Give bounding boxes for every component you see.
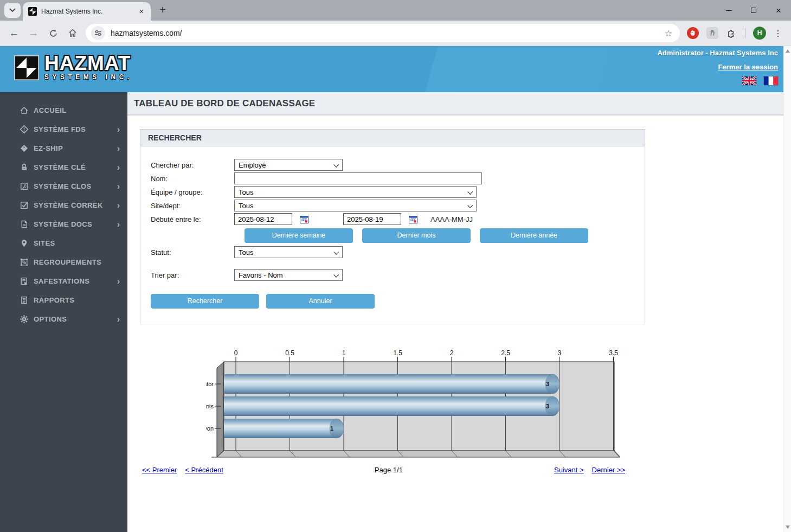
page-indicator: Page 1/1 bbox=[223, 466, 554, 474]
submenu-chevron-icon: › bbox=[117, 201, 120, 210]
sidebar-item-label: SYSTÈME FDS bbox=[34, 125, 117, 133]
bar-value-label: 3 bbox=[546, 381, 549, 387]
puzzle-icon bbox=[726, 28, 736, 38]
prev-page-link[interactable]: < Précédent bbox=[185, 466, 223, 474]
browser-menu-button[interactable]: ⋮ bbox=[774, 28, 782, 39]
window-minimize-button[interactable] bbox=[716, 0, 741, 21]
submenu-chevron-icon: › bbox=[117, 182, 120, 191]
date-to-input[interactable]: 2025-08-19 bbox=[343, 213, 401, 225]
sidebar-item-label: SYSTÈME CORREK bbox=[34, 201, 117, 209]
confined-space-icon bbox=[20, 182, 29, 191]
toolbar-divider bbox=[745, 28, 745, 38]
site-settings-button[interactable] bbox=[91, 26, 105, 40]
next-page-link[interactable]: Suivant > bbox=[554, 466, 584, 474]
category-label: ★ Christian Danis bbox=[206, 403, 214, 409]
sidebar-item-rapports[interactable]: RAPPORTS bbox=[0, 291, 127, 310]
status-value: Tous bbox=[239, 248, 253, 257]
tab-search-button[interactable] bbox=[4, 3, 21, 18]
new-tab-button[interactable]: + bbox=[155, 3, 170, 18]
last-page-link[interactable]: Dernier >> bbox=[592, 466, 625, 474]
home-button[interactable] bbox=[64, 24, 81, 42]
sidebar-item-systeme-correk[interactable]: SYSTÈME CORREK› bbox=[0, 196, 127, 215]
back-button[interactable]: ← bbox=[5, 24, 23, 42]
blocker-extension-icon[interactable] bbox=[687, 27, 699, 39]
reload-button[interactable] bbox=[44, 24, 62, 42]
first-page-link[interactable]: << Premier bbox=[142, 466, 177, 474]
chevron-down-icon bbox=[333, 162, 339, 168]
started-between-label: Débuté entre le: bbox=[151, 215, 234, 223]
sidebar-item-label: SITES bbox=[34, 239, 120, 247]
app-body: ACCUEILSYSTÈME FDS›EZ-SHIP›SYSTÈME CLÉ›S… bbox=[0, 92, 783, 532]
x-axis-tick-label: 0.5 bbox=[285, 349, 294, 357]
extensions-button[interactable] bbox=[725, 27, 738, 40]
calendar-to-button[interactable] bbox=[409, 215, 417, 223]
diamond-icon bbox=[20, 144, 29, 153]
browser-tab-strip: Hazmat Systems Inc. × + × bbox=[0, 0, 791, 21]
sidebar-item-sites[interactable]: SITES bbox=[0, 234, 127, 253]
logo-line2: SYSTEMS INC. bbox=[44, 73, 133, 81]
uk-flag-icon[interactable] bbox=[742, 76, 756, 85]
x-axis-tick-label: 2.5 bbox=[501, 349, 510, 357]
scroll-up-icon[interactable] bbox=[786, 49, 790, 53]
h-extension-icon[interactable]: ℏ bbox=[706, 27, 718, 39]
status-select[interactable]: Tous bbox=[234, 246, 343, 258]
search-panel-header: RECHERCHER bbox=[140, 130, 645, 146]
category-label: Martin Doyon bbox=[206, 425, 214, 432]
tune-icon bbox=[94, 29, 102, 37]
team-group-select[interactable]: Tous bbox=[234, 186, 477, 198]
sidebar-item-options[interactable]: OPTIONS› bbox=[0, 310, 127, 329]
gear-icon bbox=[20, 315, 29, 324]
sidebar-item-safestations[interactable]: SAFESTATIONS› bbox=[0, 272, 127, 291]
last-week-button[interactable]: Dernière semaine bbox=[245, 228, 353, 243]
site-dept-value: Tous bbox=[239, 202, 253, 210]
cancel-button[interactable]: Annuler bbox=[266, 294, 375, 309]
page-title-bar: TABLEAU DE BORD DE CADENASSAGE bbox=[127, 92, 783, 116]
sidebar-item-ez-ship[interactable]: EZ-SHIP› bbox=[0, 139, 127, 158]
bookmark-star-icon[interactable]: ☆ bbox=[665, 28, 672, 39]
forward-button[interactable]: → bbox=[25, 24, 42, 42]
document-icon bbox=[20, 220, 29, 229]
safestation-icon bbox=[20, 277, 29, 286]
france-flag-icon[interactable] bbox=[764, 76, 778, 85]
logged-in-user: Administrator - Hazmat Systems Inc bbox=[657, 49, 778, 57]
last-month-button[interactable]: Dernier mois bbox=[362, 228, 471, 243]
maximize-icon bbox=[751, 8, 756, 13]
sidebar-item-systeme-docs[interactable]: SYSTÈME DOCS› bbox=[0, 215, 127, 234]
search-by-select[interactable]: Employé bbox=[234, 159, 343, 171]
search-by-label: Chercher par: bbox=[151, 161, 234, 169]
page-scrollbar[interactable] bbox=[783, 46, 791, 532]
sidebar-item-label: RAPPORTS bbox=[34, 296, 120, 304]
tab-title: Hazmat Systems Inc. bbox=[41, 8, 137, 15]
profile-avatar[interactable]: H bbox=[753, 27, 766, 40]
site-header: HAZMAT SYSTEMS INC. Administrator - Hazm… bbox=[0, 46, 783, 92]
chevron-down-icon bbox=[333, 249, 339, 255]
bar-chart-svg: 00.511.522.533.53★ Administrator3★ Chris… bbox=[206, 348, 621, 463]
url-bar[interactable]: hazmatsystems.com/ ☆ bbox=[86, 24, 680, 42]
sidebar-item-systeme-cle[interactable]: SYSTÈME CLÉ› bbox=[0, 158, 127, 177]
url-text[interactable]: hazmatsystems.com/ bbox=[111, 29, 665, 37]
page-viewport: HAZMAT SYSTEMS INC. Administrator - Hazm… bbox=[0, 46, 791, 532]
team-group-value: Tous bbox=[239, 188, 253, 196]
sidebar-item-accueil[interactable]: ACCUEIL bbox=[0, 101, 127, 120]
browser-tab[interactable]: Hazmat Systems Inc. × bbox=[23, 2, 151, 21]
sidebar-item-systeme-clos[interactable]: SYSTÈME CLOS› bbox=[0, 177, 127, 196]
sidebar-item-regroupements[interactable]: REGROUPEMENTS bbox=[0, 253, 127, 272]
window-close-button[interactable]: × bbox=[766, 0, 791, 21]
sort-by-select[interactable]: Favoris - Nom bbox=[234, 269, 343, 281]
site-dept-select[interactable]: Tous bbox=[234, 200, 477, 211]
hand-icon bbox=[690, 30, 696, 36]
search-button[interactable]: Rechercher bbox=[151, 294, 259, 309]
name-input[interactable] bbox=[234, 172, 482, 184]
scroll-down-icon[interactable] bbox=[786, 525, 790, 529]
calendar-from-button[interactable] bbox=[300, 215, 308, 223]
date-format-hint: AAAA-MM-JJ bbox=[430, 215, 473, 223]
date-from-input[interactable]: 2025-08-12 bbox=[234, 213, 292, 225]
sidebar-item-systeme-fds[interactable]: SYSTÈME FDS› bbox=[0, 120, 127, 139]
last-year-button[interactable]: Dernière année bbox=[480, 228, 588, 243]
browser-home-icon bbox=[68, 28, 78, 38]
tab-close-icon[interactable]: × bbox=[137, 7, 146, 16]
logout-link[interactable]: Fermer la session bbox=[718, 63, 778, 71]
search-panel-title: RECHERCHER bbox=[148, 133, 202, 142]
window-maximize-button[interactable] bbox=[741, 0, 766, 21]
search-panel: RECHERCHER Chercher par: Employé Nom: bbox=[140, 129, 645, 324]
